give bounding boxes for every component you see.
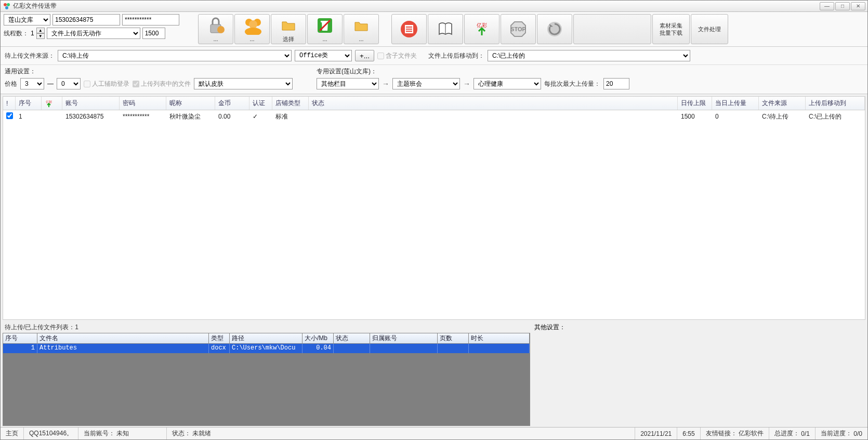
- settings-row: 通用设置： 价格 3 — 0 人工辅助登录 上传列表中的文件 默认皮肤 专用设置…: [1, 65, 867, 94]
- people-button-label: ...: [249, 36, 254, 42]
- col-coin[interactable]: 金币: [215, 97, 249, 110]
- accounts-table-header: ! 序号 亿彩 账号 密码 昵称 金币 认证 店铺类型 状态 日传上限 当日上传…: [3, 97, 865, 110]
- col-shoptype[interactable]: 店铺类型: [272, 97, 309, 110]
- price-from-select[interactable]: 3: [20, 78, 44, 89]
- manual-login-checkbox[interactable]: 人工辅助登录: [84, 80, 129, 88]
- folder-icon: [351, 16, 372, 35]
- pending-list-label: 待上传/已上传文件列表：1: [3, 322, 530, 333]
- status-home[interactable]: 主页: [1, 428, 24, 439]
- special-settings-label: 专用设置(莲山文库)：: [317, 67, 629, 76]
- action-number-input[interactable]: [142, 28, 165, 39]
- status-qq[interactable]: QQ15104946。: [24, 428, 78, 439]
- upload-button[interactable]: 亿彩: [464, 14, 499, 44]
- maximize-button[interactable]: □: [835, 2, 850, 10]
- source-label: 待上传文件来源：: [5, 51, 55, 60]
- material-download-button[interactable]: 素材采集 批量下载: [652, 14, 690, 44]
- col-check[interactable]: !: [3, 97, 16, 110]
- pcol-type[interactable]: 类型: [209, 333, 230, 343]
- cat3-select[interactable]: 心理健康: [474, 78, 541, 89]
- col-dayuploaded[interactable]: 当日上传量: [712, 97, 759, 110]
- cell-index: 1: [16, 111, 42, 122]
- cell-src: C:\待上传: [759, 111, 806, 123]
- batch-max-input[interactable]: [603, 78, 629, 89]
- pcol-name[interactable]: 文件名: [37, 333, 209, 343]
- select-folder-button[interactable]: 选择: [271, 14, 306, 44]
- source-row: 待上传文件来源： C:\待上传 Office类 +... 含子文件夹 文件上传后…: [1, 47, 867, 65]
- col-nick[interactable]: 昵称: [166, 97, 215, 110]
- folder2-button-label: ...: [359, 36, 363, 42]
- col-password[interactable]: 密码: [120, 97, 166, 110]
- refresh-button[interactable]: [537, 14, 572, 44]
- lock-button[interactable]: ...: [198, 14, 233, 44]
- pcol-pages[interactable]: 页数: [438, 333, 469, 343]
- stop-button[interactable]: STOP: [501, 14, 536, 44]
- filter-type-select[interactable]: Office类: [295, 50, 352, 61]
- phone-input[interactable]: [52, 14, 120, 25]
- cell-password: ***********: [120, 111, 166, 122]
- col-status[interactable]: 状态: [309, 97, 678, 110]
- trash-button[interactable]: ...: [307, 14, 343, 44]
- library-select[interactable]: 莲山文库: [4, 14, 50, 25]
- move-to-label: 文件上传后移动到：: [428, 51, 484, 60]
- status-total-progress: 总进度： 0/1: [769, 428, 816, 439]
- status-current-progress: 当前进度： 0/0: [816, 428, 867, 439]
- cell-account: 15302634875: [62, 111, 120, 122]
- col-icon[interactable]: 亿彩: [42, 97, 62, 110]
- pcell-pages: [438, 344, 469, 353]
- document-icon: [399, 20, 419, 38]
- window-title: 亿彩文件传送带: [13, 2, 820, 10]
- general-settings-label: 通用设置：: [5, 67, 293, 76]
- cat1-select[interactable]: 其他栏目: [317, 78, 379, 89]
- skin-select[interactable]: 默认皮肤: [194, 78, 293, 89]
- pcell-duration: [469, 344, 530, 353]
- cell-icon: [42, 115, 62, 118]
- other-settings-label: 其他设置：: [534, 323, 565, 331]
- pcol-path[interactable]: 路径: [230, 333, 303, 343]
- col-moveto[interactable]: 上传后移动到: [806, 97, 865, 110]
- col-account[interactable]: 账号: [62, 97, 120, 110]
- include-subfolders-checkbox[interactable]: 含子文件夹: [377, 51, 417, 60]
- pcol-owner[interactable]: 归属账号: [370, 333, 438, 343]
- cat2-select[interactable]: 主题班会: [392, 78, 460, 89]
- blank-panel-button[interactable]: [573, 14, 651, 44]
- status-friend-link[interactable]: 友情链接： 亿彩软件: [701, 428, 769, 439]
- col-index[interactable]: 序号: [16, 97, 42, 110]
- thread-spinner[interactable]: ▲▼: [36, 28, 45, 39]
- arrow-icon: →: [382, 80, 389, 88]
- select-button-label: 选择: [283, 35, 294, 43]
- pcol-size[interactable]: 大小/Mb: [303, 333, 334, 343]
- people-button[interactable]: ...: [234, 14, 270, 44]
- pcol-duration[interactable]: 时长: [469, 333, 530, 343]
- close-button[interactable]: ✕: [851, 2, 865, 10]
- price-to-select[interactable]: 0: [57, 78, 81, 89]
- pcol-idx[interactable]: 序号: [3, 333, 37, 343]
- batch-max-label: 每批次最大上传量：: [544, 80, 600, 88]
- move-to-path-select[interactable]: C:\已上传的: [488, 50, 690, 61]
- post-upload-action-select[interactable]: 文件上传后无动作: [47, 28, 140, 39]
- trash-button-label: ...: [322, 36, 327, 42]
- col-auth[interactable]: 认证: [249, 97, 272, 110]
- lock-icon: [205, 16, 226, 35]
- pending-row[interactable]: 1 Attributes docx C:\Users\mkw\Docu 0.04: [3, 344, 530, 353]
- pending-panel: 待上传/已上传文件列表：1 序号 文件名 类型 路径 大小/Mb 状态 归属账号…: [3, 322, 530, 426]
- svg-text:亿彩: 亿彩: [476, 22, 487, 28]
- cell-nick: 秋叶微染尘: [166, 111, 215, 123]
- source-path-select[interactable]: C:\待上传: [58, 50, 292, 61]
- password-input[interactable]: [122, 14, 179, 25]
- pcell-status: [334, 344, 370, 353]
- minimize-button[interactable]: —: [820, 2, 834, 10]
- file-process-button[interactable]: 文件处理: [691, 14, 728, 44]
- col-filesrc[interactable]: 文件来源: [759, 97, 806, 110]
- svg-point-8: [245, 28, 261, 35]
- folder2-button[interactable]: ...: [344, 14, 379, 44]
- col-daylimit[interactable]: 日传上限: [678, 97, 712, 110]
- upload-list-checkbox[interactable]: 上传列表中的文件: [133, 80, 191, 88]
- plus-button[interactable]: +...: [355, 50, 374, 61]
- book-button[interactable]: [428, 14, 463, 44]
- svg-point-7: [249, 20, 257, 29]
- pending-table: 序号 文件名 类型 路径 大小/Mb 状态 归属账号 页数 时长 1 Attri…: [3, 333, 530, 426]
- pcol-status[interactable]: 状态: [334, 333, 370, 343]
- table-row[interactable]: 1 15302634875 *********** 秋叶微染尘 0.00 ✓ 标…: [3, 110, 865, 123]
- row-checkbox[interactable]: [6, 112, 13, 119]
- doc-red-button[interactable]: [391, 14, 427, 44]
